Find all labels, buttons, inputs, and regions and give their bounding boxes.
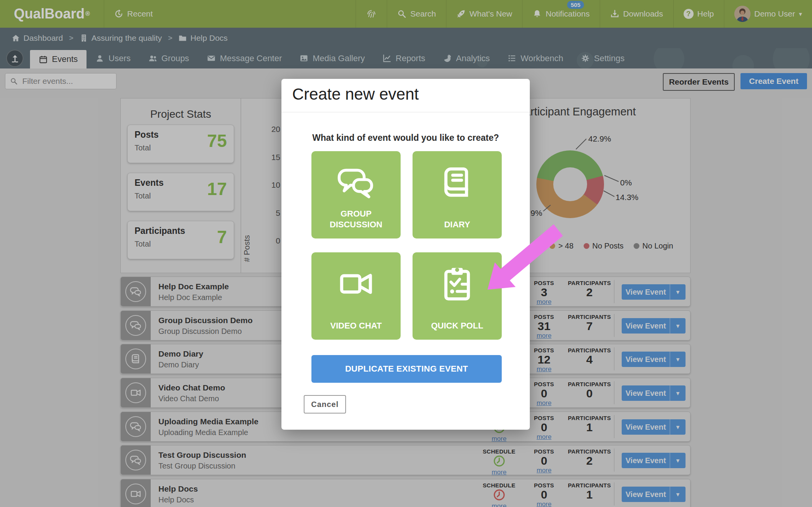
- video-chat-icon: [336, 264, 376, 304]
- tile-label: QUICK POLL: [416, 320, 499, 331]
- diary-icon: [437, 163, 477, 203]
- tile-group-discussion[interactable]: GROUP DISCUSSION: [311, 151, 401, 238]
- create-event-modal: Create new event What kind of event woul…: [281, 79, 530, 430]
- cancel-button[interactable]: Cancel: [304, 395, 346, 414]
- duplicate-existing-event-button[interactable]: DUPLICATE EXISTING EVENT: [311, 355, 502, 383]
- tile-label: VIDEO CHAT: [314, 320, 398, 331]
- tile-label: GROUP DISCUSSION: [314, 208, 398, 230]
- modal-title: Create new event: [292, 85, 419, 103]
- tile-label: DIARY: [416, 219, 499, 230]
- tile-diary[interactable]: DIARY: [413, 151, 502, 238]
- group-discussion-icon: [336, 163, 376, 203]
- modal-divider: [281, 112, 530, 112]
- modal-question: What kind of event would you like to cre…: [281, 133, 530, 143]
- tile-video-chat[interactable]: VIDEO CHAT: [311, 252, 401, 340]
- quick-poll-icon: [437, 264, 477, 304]
- tile-quick-poll[interactable]: QUICK POLL: [413, 252, 502, 340]
- qualboard-app: QualBoard® Recent Search What's New 505: [0, 0, 812, 507]
